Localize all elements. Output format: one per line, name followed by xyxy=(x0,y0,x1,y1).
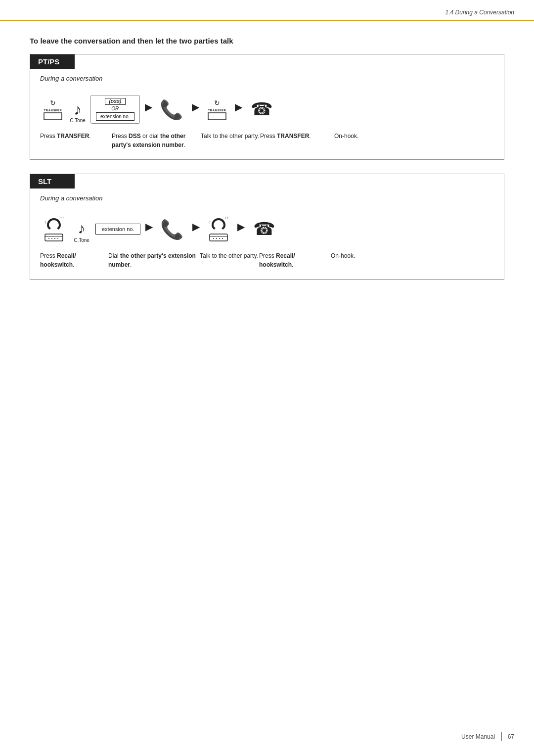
slt-step-1: ↑ ↑↑ xyxy=(40,212,68,246)
slt-step-3: extension no. xyxy=(95,212,140,246)
svg-point-14 xyxy=(57,238,58,239)
ptps-during: During a conversation xyxy=(40,75,494,82)
ptps-desc-3: Talk to the other party. xyxy=(201,132,260,149)
slt-arrow-1: ▶ xyxy=(145,221,153,237)
slt-phone1-svg: ↑ ↑↑ xyxy=(40,214,68,244)
slt-step-2-icon: ♪ C.Tone xyxy=(73,212,90,246)
svg-text:📞: 📞 xyxy=(159,98,183,121)
footer-divider xyxy=(501,732,502,741)
arrow-2: ▶ xyxy=(192,101,199,118)
slt-step-4-icon: 📞 xyxy=(158,212,187,246)
svg-rect-2 xyxy=(44,113,62,120)
transfer-icon: ↻ TRANSFER xyxy=(40,96,66,122)
slt-phone2-svg: ↑ ↑↑ xyxy=(205,214,232,244)
slt-step-6-icon: ☎ xyxy=(250,212,278,246)
slt-desc-4: Press Recall/hookswitch. xyxy=(259,251,331,269)
slt-desc-1: Press Recall/hookswitch. xyxy=(40,251,108,269)
slt-steps-visual: ↑ ↑↑ ♪ C.Tone xyxy=(40,212,494,246)
onhook-icon: ☎ xyxy=(247,96,276,122)
ptps-box: PT/PS During a conversation ↻ TRANS xyxy=(30,54,504,160)
svg-point-23 xyxy=(219,238,220,239)
svg-rect-19 xyxy=(210,234,227,241)
svg-text:☎: ☎ xyxy=(253,219,275,239)
ptps-steps-visual: ↻ TRANSFER xyxy=(40,92,494,127)
ptps-step-3-icon: (DSS) OR extension no. xyxy=(90,92,140,127)
svg-text:☎: ☎ xyxy=(250,99,272,119)
slt-label: SLT xyxy=(30,174,75,189)
svg-text:↻: ↻ xyxy=(214,99,220,107)
slt-desc-row: Press Recall/hookswitch. Dial the other … xyxy=(40,251,494,269)
svg-text:↑↑: ↑↑ xyxy=(60,215,64,220)
or-label: OR xyxy=(111,106,119,111)
ptps-desc-4: Press TRANSFER. xyxy=(260,132,334,149)
ptps-desc-5: On-hook. xyxy=(334,132,384,149)
slt-box: SLT During a conversation xyxy=(30,174,504,280)
slt-desc-2-bold: the other party's extension number xyxy=(108,252,196,268)
svg-point-22 xyxy=(216,238,217,239)
slt-step-2: ♪ C.Tone xyxy=(73,212,90,246)
svg-rect-7 xyxy=(208,113,226,120)
slt-desc-5: On-hook. xyxy=(331,251,380,269)
footer-page: 67 xyxy=(508,733,514,740)
ptps-step-2-icon: ♪ C.Tone xyxy=(69,92,87,127)
svg-point-11 xyxy=(48,238,49,239)
ptps-desc-1: Press TRANSFER. xyxy=(40,132,112,149)
arrow-1: ▶ xyxy=(145,101,152,118)
section-title: To leave the conversation and then let t… xyxy=(30,37,504,45)
slt-desc-2: Dial the other party's extension number. xyxy=(108,251,200,269)
svg-text:TRANSFER: TRANSFER xyxy=(208,109,226,112)
slt-step-3-icon: extension no. xyxy=(95,212,140,246)
svg-point-12 xyxy=(51,238,52,239)
page-header: 1.4 During a Conversation xyxy=(0,0,534,21)
svg-text:♪: ♪ xyxy=(78,220,86,236)
ctone-icon: ♪ C.Tone xyxy=(69,96,87,123)
slt-desc-3: Talk to the other party. xyxy=(200,251,259,269)
slt-ctone-label: C.Tone xyxy=(74,237,89,243)
svg-text:♪: ♪ xyxy=(74,100,82,118)
slt-desc-1-bold: Recall/hookswitch xyxy=(40,252,76,268)
transfer2-svg: ↻ TRANSFER xyxy=(204,96,230,122)
header-section: 1.4 During a Conversation xyxy=(445,9,514,16)
slt-step-1-icon: ↑ ↑↑ xyxy=(40,212,68,246)
footer-label: User Manual xyxy=(461,733,495,740)
slt-step-6: ☎ xyxy=(250,212,278,246)
svg-rect-9 xyxy=(45,234,63,241)
ext-no-box: extension no. xyxy=(96,112,134,121)
slt-ext-no-box: extension no. xyxy=(95,224,140,235)
slt-step-4: 📞 xyxy=(158,212,187,246)
main-content: To leave the conversation and then let t… xyxy=(0,37,534,280)
slt-ctone: ♪ C.Tone xyxy=(73,216,90,243)
ptps-step-1-icon: ↻ TRANSFER xyxy=(40,92,66,127)
svg-point-24 xyxy=(222,238,223,239)
ptps-step-2: ♪ C.Tone xyxy=(69,92,87,127)
page-footer: User Manual 67 xyxy=(461,732,514,741)
ctone-label: C.Tone xyxy=(70,118,86,123)
ptps-desc-4-bold: TRANSFER xyxy=(277,133,309,140)
ptps-step-5: ↻ TRANSFER xyxy=(204,92,230,127)
slt-ctone-svg: ♪ xyxy=(73,216,90,239)
ptps-desc-1-bold: TRANSFER xyxy=(57,133,89,140)
slt-step-5-icon: ↑ ↑↑ xyxy=(205,212,232,246)
dss-or-ext-icon: (DSS) OR extension no. xyxy=(90,95,140,124)
svg-text:↑: ↑ xyxy=(44,220,46,225)
ptps-step-3: (DSS) OR extension no. xyxy=(90,92,140,127)
ptps-step-4: 📞 xyxy=(157,92,187,127)
ptps-step-6-icon: ☎ xyxy=(247,92,276,127)
svg-text:📞: 📞 xyxy=(160,218,184,241)
svg-text:↻: ↻ xyxy=(50,99,56,107)
dss-box: (DSS) xyxy=(105,98,126,105)
ptps-step-4-icon: 📞 xyxy=(157,92,187,127)
ptps-desc-2-bold2: the other party's extension number xyxy=(112,133,185,148)
slt-body: During a conversation xyxy=(30,189,504,279)
ptps-desc-2: Press DSS or dial the other party's exte… xyxy=(112,132,201,149)
ptps-desc-2-bold1: DSS xyxy=(129,133,141,140)
slt-talk-svg: 📞 xyxy=(158,214,187,244)
slt-during: During a conversation xyxy=(40,194,494,202)
svg-point-13 xyxy=(54,238,55,239)
slt-arrow-3: ▶ xyxy=(237,221,245,237)
ptps-desc-row: Press TRANSFER. Press DSS or dial the ot… xyxy=(40,132,494,149)
arrow-3: ▶ xyxy=(235,101,242,118)
ptps-step-1: ↻ TRANSFER xyxy=(40,92,66,127)
ptps-step-6: ☎ xyxy=(247,92,276,127)
svg-text:↑: ↑ xyxy=(209,220,211,225)
